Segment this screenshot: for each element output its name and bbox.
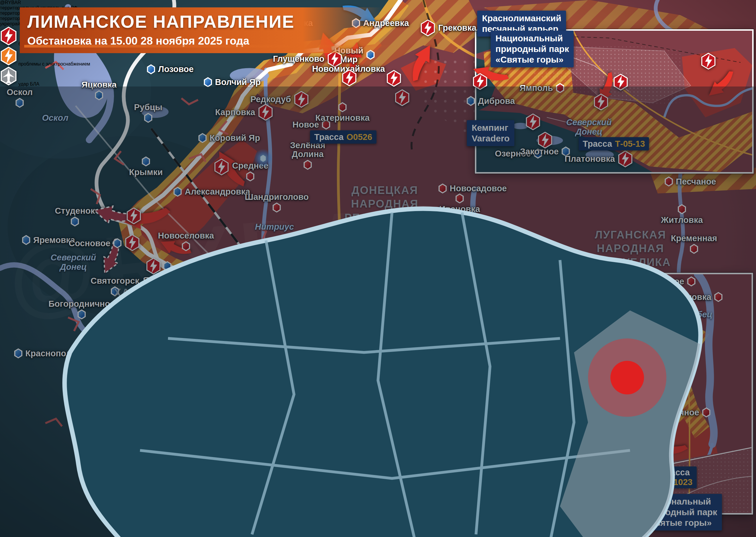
lyman-direction-map: @RYBAR (0, 0, 756, 537)
title-strip (24, 45, 402, 48)
power-problems-icon (0, 62, 17, 66)
legend-item-uav-strike: удар БЛА (0, 67, 756, 87)
uav-strike-icon (0, 81, 17, 86)
clash-icon (0, 26, 17, 45)
power-problem-icon (0, 47, 17, 65)
clashes-icon (0, 41, 17, 46)
uav-strike-icon (0, 67, 17, 86)
rybar-badge-label: @RYBAR (0, 0, 21, 5)
ukraine-minimap (0, 87, 756, 537)
page-title: ЛИМАНСКОЕ НАПРАВЛЕНИЕ (27, 12, 375, 32)
rybar-telegram-badge[interactable]: @RYBAR (0, 0, 756, 5)
